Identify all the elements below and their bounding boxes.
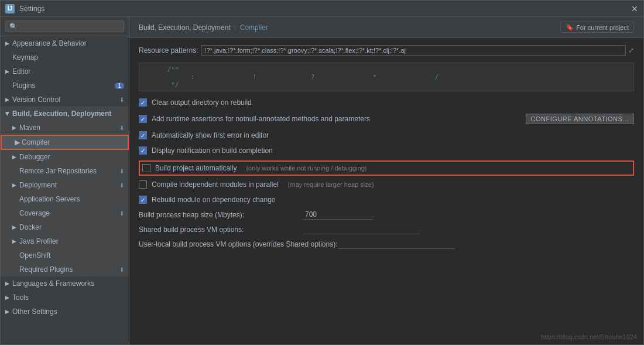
clear-output-checkbox[interactable] xyxy=(139,98,147,107)
sidebar-item-label: Other Settings xyxy=(12,308,57,316)
arrow-icon: ▶ xyxy=(12,154,16,160)
arrow-icon: ▶ xyxy=(12,182,16,188)
arrow-icon: ▶ xyxy=(5,97,9,103)
for-current-project-button[interactable]: 🔖 For current project xyxy=(560,22,634,33)
option-add-runtime: Add runtime assertions for notnull-annot… xyxy=(139,112,634,125)
settings-content: Resource patterns: ⤢ /** : ! ? * / */ xyxy=(129,38,643,344)
heap-size-input[interactable] xyxy=(303,210,373,220)
sidebar-item-label: Editor xyxy=(12,67,30,76)
sidebar-item-plugins[interactable]: ▶ Plugins 1 xyxy=(1,78,129,93)
close-button[interactable]: ✕ xyxy=(631,5,639,13)
sidebar-item-required-plugins[interactable]: Required Plugins ⬇ xyxy=(1,262,129,276)
sidebar-item-label: Remote Jar Repositories xyxy=(19,167,97,175)
arrow-icon: ▶ xyxy=(5,112,11,116)
settings-window: IJ Settings ✕ ▶ Appearance & Behavior Ke… xyxy=(0,0,644,345)
compile-parallel-note: (may require larger heap size) xyxy=(288,181,374,188)
sidebar-item-debugger[interactable]: ▶ Debugger xyxy=(1,150,129,164)
code-hint-line1: /** xyxy=(144,66,629,73)
display-notification-checkbox[interactable] xyxy=(139,146,147,155)
sidebar-item-compiler[interactable]: ▶ Compiler xyxy=(1,135,129,150)
compile-parallel-checkbox[interactable] xyxy=(139,180,147,189)
sidebar-item-build-execution[interactable]: ▶ Build, Execution, Deployment xyxy=(1,107,129,121)
sidebar-item-editor[interactable]: ▶ Editor xyxy=(1,64,129,78)
watermark: https://blog.csdn.net/Shouhe1024 xyxy=(541,333,637,340)
sidebar-item-label: OpenShift xyxy=(19,251,50,259)
sync-icon: ⬇ xyxy=(119,97,124,103)
build-auto-note: (only works while not running / debuggin… xyxy=(246,165,366,172)
required-sync-icon: ⬇ xyxy=(119,267,124,273)
sidebar-item-label: Build, Execution, Deployment xyxy=(12,110,111,118)
compile-parallel-label: Compile independent modules in parallel xyxy=(152,180,279,189)
sidebar-item-coverage[interactable]: Coverage ⬇ xyxy=(1,206,129,220)
option-build-auto: Build project automatically (only works … xyxy=(139,160,634,176)
auto-show-error-label: Automatically show first error in editor xyxy=(152,131,269,139)
sidebar-item-label: Docker xyxy=(19,223,42,231)
shared-vm-label: Shared build process VM options: xyxy=(139,226,303,234)
build-auto-checkbox[interactable] xyxy=(142,164,150,172)
arrow-icon: ▶ xyxy=(5,281,9,286)
sidebar-item-app-servers[interactable]: Application Servers xyxy=(1,192,129,206)
sidebar-item-deployment[interactable]: ▶ Deployment ⬇ xyxy=(1,178,129,192)
content-area: Build, Execution, Deployment › Compiler … xyxy=(129,17,643,344)
current-project-label: For current project xyxy=(576,24,629,31)
search-input[interactable] xyxy=(5,21,124,32)
sidebar-item-docker[interactable]: ▶ Docker xyxy=(1,220,129,234)
add-runtime-checkbox[interactable] xyxy=(139,115,147,123)
remote-jar-sync-icon: ⬇ xyxy=(119,168,124,175)
breadcrumb-bar: Build, Execution, Deployment › Compiler … xyxy=(129,17,643,38)
coverage-sync-icon: ⬇ xyxy=(119,210,124,217)
sidebar-item-java-profiler[interactable]: ▶ Java Profiler xyxy=(1,234,129,248)
sidebar-item-maven[interactable]: ▶ Maven ⬇ xyxy=(1,121,129,135)
sidebar-item-label: Keymap xyxy=(12,53,38,62)
sidebar-item-openshift[interactable]: OpenShift xyxy=(1,248,129,262)
option-compile-parallel: Compile independent modules in parallel … xyxy=(139,179,634,190)
sidebar-item-appearance[interactable]: ▶ Appearance & Behavior xyxy=(1,36,129,50)
expand-button[interactable]: ⤢ xyxy=(628,46,634,54)
user-local-vm-input[interactable] xyxy=(338,239,455,249)
sidebar: ▶ Appearance & Behavior Keymap ▶ Editor … xyxy=(1,17,129,344)
bookmark-icon: 🔖 xyxy=(566,23,574,31)
shared-vm-input[interactable] xyxy=(303,224,420,234)
code-hint-line2: */ xyxy=(144,81,629,88)
arrow-icon: ▶ xyxy=(5,309,9,315)
deployment-sync-icon: ⬇ xyxy=(119,182,124,189)
user-local-vm-label: User-local build process VM options (ove… xyxy=(139,240,338,248)
breadcrumb-separator: › xyxy=(234,23,237,32)
arrow-icon: ▶ xyxy=(5,69,9,74)
sidebar-item-keymap[interactable]: Keymap xyxy=(1,50,129,64)
sidebar-item-version-control[interactable]: ▶ Version Control ⬇ xyxy=(1,93,129,107)
arrow-icon: ▶ xyxy=(15,138,20,146)
option-auto-show-error: Automatically show first error in editor xyxy=(139,130,634,141)
sidebar-item-label: Appearance & Behavior xyxy=(12,39,87,47)
resource-patterns-row: Resource patterns: ⤢ xyxy=(139,45,634,56)
app-icon: IJ xyxy=(5,4,15,13)
rebuild-module-label: Rebuild module on dependency change xyxy=(152,196,276,204)
add-runtime-label: Add runtime assertions for notnull-annot… xyxy=(152,115,370,123)
display-notification-label: Display notification on build completion xyxy=(152,146,273,155)
sidebar-item-remote-jar[interactable]: Remote Jar Repositories ⬇ xyxy=(1,164,129,178)
arrow-icon: ▶ xyxy=(12,224,16,230)
sidebar-item-label: Debugger xyxy=(19,153,50,161)
sidebar-item-label: Plugins xyxy=(12,81,35,90)
option-clear-output: Clear output directory on rebuild xyxy=(139,97,634,108)
arrow-icon: ▶ xyxy=(12,125,16,131)
heap-size-row: Build process heap size (Mbytes): xyxy=(139,210,634,220)
sidebar-item-tools[interactable]: ▶ Tools xyxy=(1,291,129,305)
resource-patterns-label: Resource patterns: xyxy=(139,46,198,54)
option-rebuild-module: Rebuild module on dependency change xyxy=(139,194,634,205)
sidebar-item-label: Maven xyxy=(19,124,40,132)
user-local-vm-row: User-local build process VM options (ove… xyxy=(139,239,634,249)
sidebar-item-languages[interactable]: ▶ Languages & Frameworks xyxy=(1,276,129,291)
sidebar-item-label: Compiler xyxy=(22,138,50,146)
auto-show-error-checkbox[interactable] xyxy=(139,131,147,139)
sidebar-item-other-settings[interactable]: ▶ Other Settings xyxy=(1,305,129,319)
sidebar-item-label: Coverage xyxy=(19,209,50,217)
configure-annotations-button[interactable]: CONFIGURE ANNOTATIONS... xyxy=(526,114,634,124)
breadcrumb-parent: Build, Execution, Deployment xyxy=(139,23,231,32)
rebuild-module-checkbox[interactable] xyxy=(139,196,147,204)
resource-patterns-input[interactable] xyxy=(201,45,626,56)
window-title: Settings xyxy=(19,5,631,13)
arrow-icon: ▶ xyxy=(5,40,9,46)
maven-sync-icon: ⬇ xyxy=(119,125,124,131)
arrow-icon: ▶ xyxy=(5,295,9,300)
